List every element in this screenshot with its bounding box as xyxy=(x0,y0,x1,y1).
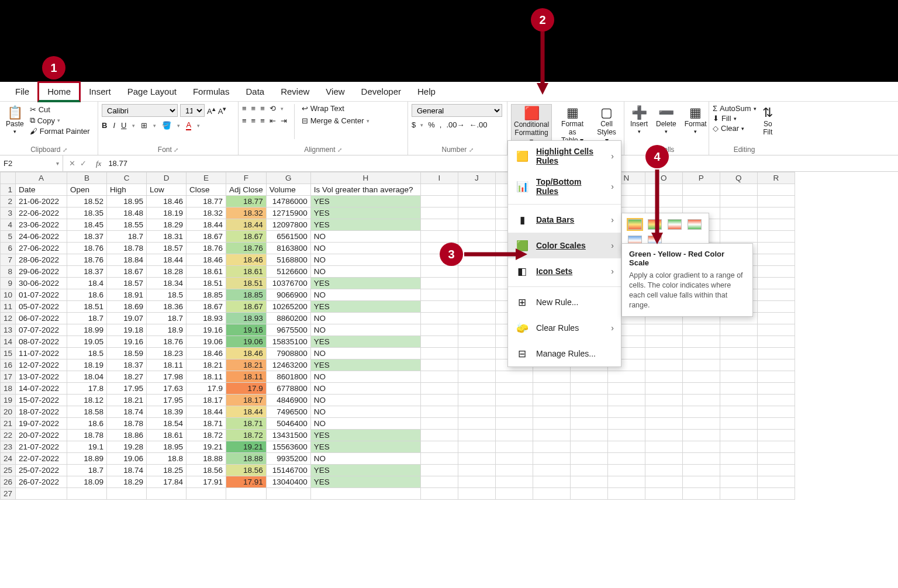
colorscale-gwr[interactable] xyxy=(668,219,682,230)
cell[interactable]: 19.16 xyxy=(107,336,147,348)
delete-cells-button[interactable]: ➖Delete▾ xyxy=(654,104,679,136)
cell[interactable]: NO xyxy=(310,383,420,395)
cell[interactable]: 21-07-2022 xyxy=(16,441,67,453)
cell[interactable]: NO xyxy=(310,289,420,301)
cell[interactable]: 18.7 xyxy=(107,231,147,243)
cell[interactable]: 01-07-2022 xyxy=(16,289,67,301)
cell[interactable]: 14-07-2022 xyxy=(16,383,67,395)
tab-insert[interactable]: Insert xyxy=(81,83,119,100)
cell[interactable]: 18.29 xyxy=(107,476,147,488)
cell[interactable]: 27-06-2022 xyxy=(16,243,67,254)
cell[interactable]: 18.34 xyxy=(147,278,186,289)
cell[interactable]: 18.31 xyxy=(147,231,186,243)
cell[interactable]: 18.46 xyxy=(226,254,267,266)
cell[interactable]: 18.46 xyxy=(147,196,186,207)
cell[interactable]: 18.77 xyxy=(186,196,226,207)
cell[interactable]: 18.35 xyxy=(67,207,107,219)
cell[interactable]: 23-06-2022 xyxy=(16,219,67,231)
decrease-indent-icon[interactable]: ⇤ xyxy=(270,116,276,125)
row-header[interactable]: 14 xyxy=(1,336,16,348)
cell[interactable]: 18-07-2022 xyxy=(16,406,67,418)
cell[interactable]: 18.44 xyxy=(147,254,186,266)
cf-menu-managerules[interactable]: ⊟Manage Rules... xyxy=(508,341,621,366)
header-cell[interactable]: Date xyxy=(16,184,67,196)
row-header[interactable]: 20 xyxy=(1,406,16,418)
cf-menu-clearrules[interactable]: 🧽Clear Rules› xyxy=(508,315,621,341)
cell[interactable]: 8860200 xyxy=(266,313,310,324)
cell[interactable]: 18.36 xyxy=(147,301,186,313)
cell[interactable]: 18.6 xyxy=(67,289,107,301)
cell[interactable]: 5168800 xyxy=(266,254,310,266)
fx-icon[interactable]: fx xyxy=(92,159,105,168)
row-header[interactable]: 22 xyxy=(1,430,16,441)
cell[interactable]: 18.28 xyxy=(147,266,186,278)
cell[interactable]: 18.46 xyxy=(186,348,226,359)
row-header[interactable]: 2 xyxy=(1,196,16,207)
tab-help[interactable]: Help xyxy=(409,83,444,100)
cell[interactable]: 18.52 xyxy=(67,196,107,207)
cell[interactable]: 30-06-2022 xyxy=(16,278,67,289)
cell[interactable]: 18.46 xyxy=(186,254,226,266)
colorscale-rwg[interactable] xyxy=(688,219,702,230)
cell[interactable]: 4846900 xyxy=(266,395,310,406)
cell[interactable]: 18.51 xyxy=(67,301,107,313)
cell[interactable]: 17.9 xyxy=(226,383,267,395)
cell[interactable]: YES xyxy=(310,196,420,207)
cell[interactable]: 24-06-2022 xyxy=(16,231,67,243)
align-bottom-icon[interactable]: ≡ xyxy=(260,104,265,113)
cell[interactable]: 20-07-2022 xyxy=(16,430,67,441)
cell[interactable]: 18.85 xyxy=(226,289,267,301)
cell[interactable]: 19.16 xyxy=(186,324,226,336)
col-header-I[interactable]: I xyxy=(420,172,458,184)
cell[interactable]: 18.69 xyxy=(107,301,147,313)
row-header[interactable]: 13 xyxy=(1,324,16,336)
cell[interactable]: 15563600 xyxy=(266,441,310,453)
cell[interactable]: 18.46 xyxy=(226,348,267,359)
cell[interactable]: 6778800 xyxy=(266,383,310,395)
cell[interactable]: 18.7 xyxy=(67,465,107,476)
cell[interactable]: YES xyxy=(310,359,420,371)
cell[interactable]: 18.6 xyxy=(67,418,107,430)
cell[interactable]: 15-07-2022 xyxy=(16,395,67,406)
cell[interactable]: 18.27 xyxy=(107,371,147,383)
cell[interactable]: 18.37 xyxy=(67,266,107,278)
cell[interactable]: 18.59 xyxy=(107,348,147,359)
cell[interactable]: 18.67 xyxy=(107,266,147,278)
cell[interactable]: 18.32 xyxy=(186,207,226,219)
cell[interactable]: NO xyxy=(310,406,420,418)
row-header[interactable]: 6 xyxy=(1,243,16,254)
cell[interactable]: 18.56 xyxy=(186,465,226,476)
cell[interactable]: 25-07-2022 xyxy=(16,465,67,476)
cut-button[interactable]: ✂ Cut xyxy=(30,105,90,114)
cell[interactable]: 18.44 xyxy=(186,219,226,231)
spreadsheet-grid[interactable]: ABCDEFGHIJKLMNOPQR1DateOpenHighLowCloseA… xyxy=(0,172,898,500)
cell[interactable]: 18.88 xyxy=(186,453,226,465)
cell[interactable]: 18.7 xyxy=(147,313,186,324)
header-cell[interactable]: Close xyxy=(186,184,226,196)
enter-formula-icon[interactable]: ✓ xyxy=(80,159,87,168)
cell[interactable]: 10376700 xyxy=(266,278,310,289)
cell[interactable]: 18.61 xyxy=(186,266,226,278)
italic-button[interactable]: I xyxy=(113,121,115,130)
cell[interactable]: NO xyxy=(310,324,420,336)
col-header-G[interactable]: G xyxy=(266,172,310,184)
col-header-D[interactable]: D xyxy=(147,172,186,184)
row-header[interactable]: 8 xyxy=(1,266,16,278)
name-box[interactable]: F2▾ xyxy=(0,155,63,171)
cell[interactable]: YES xyxy=(310,441,420,453)
sort-filter-button[interactable]: ⇅ So Filt xyxy=(760,104,776,138)
cell[interactable]: 18.5 xyxy=(147,289,186,301)
cell[interactable]: 7496500 xyxy=(266,406,310,418)
tab-view[interactable]: View xyxy=(317,83,353,100)
cf-menu-topbottom[interactable]: 📊Top/Bottom Rules› xyxy=(508,171,621,202)
cell[interactable]: 18.76 xyxy=(226,243,267,254)
cell[interactable]: 18.93 xyxy=(186,313,226,324)
cell[interactable]: 18.78 xyxy=(67,430,107,441)
orientation-icon[interactable]: ⟲ xyxy=(270,104,276,113)
cell[interactable]: 15146700 xyxy=(266,465,310,476)
cell[interactable]: 18.4 xyxy=(67,278,107,289)
align-top-icon[interactable]: ≡ xyxy=(242,104,247,113)
cell[interactable]: 13431500 xyxy=(266,430,310,441)
cell[interactable]: 18.23 xyxy=(147,348,186,359)
cell[interactable]: YES xyxy=(310,336,420,348)
